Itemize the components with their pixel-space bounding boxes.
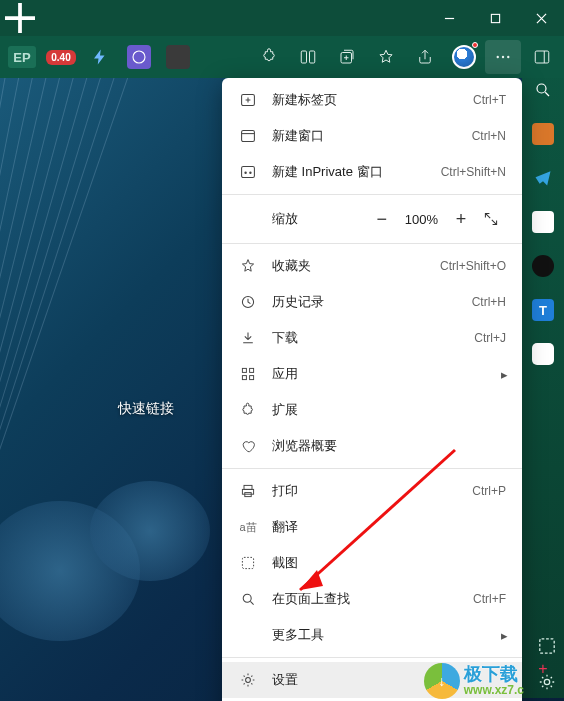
split-screen-icon[interactable] [290, 40, 326, 74]
svg-rect-21 [242, 489, 253, 494]
favorites-star-icon[interactable] [368, 40, 404, 74]
rail-cloud-icon[interactable] [531, 342, 555, 366]
menu-label: 翻译 [272, 518, 506, 536]
menu-separator [222, 468, 522, 469]
puzzle-icon [238, 400, 258, 420]
menu-separator [222, 243, 522, 244]
extensions-puzzle-icon[interactable] [251, 40, 287, 74]
svg-rect-20 [244, 485, 252, 489]
rail-search-icon[interactable] [531, 78, 555, 102]
menu-apps[interactable]: 应用 ▸ [222, 356, 522, 392]
menu-browser-essentials[interactable]: 浏览器概要 [222, 428, 522, 464]
settings-more-button[interactable] [485, 40, 521, 74]
svg-point-6 [502, 56, 504, 58]
menu-zoom-row: 缩放 − 100% + [222, 199, 522, 239]
extension-chat-icon[interactable] [121, 40, 157, 74]
menu-favorites[interactable]: 收藏夹 Ctrl+Shift+O [222, 248, 522, 284]
menu-history[interactable]: 历史记录 Ctrl+H [222, 284, 522, 320]
rail-briefcase-icon[interactable] [531, 122, 555, 146]
gear-icon [238, 670, 258, 690]
menu-label: 历史记录 [272, 293, 472, 311]
settings-corner-icon[interactable] [536, 671, 558, 693]
svg-point-24 [243, 594, 251, 602]
quick-links-label: 快速链接 [118, 400, 174, 418]
menu-downloads[interactable]: 下载 Ctrl+J [222, 320, 522, 356]
svg-point-1 [133, 51, 145, 63]
minimize-button[interactable] [426, 0, 472, 36]
svg-point-28 [544, 679, 549, 684]
zoom-out-button[interactable]: − [367, 204, 397, 234]
inprivate-icon [238, 162, 258, 182]
svg-rect-11 [242, 130, 255, 141]
collections-icon[interactable] [329, 40, 365, 74]
extension-bolt-icon[interactable] [82, 40, 118, 74]
background-art [0, 78, 220, 558]
menu-label: 收藏夹 [272, 257, 440, 275]
svg-rect-23 [242, 557, 253, 568]
rail-paw-icon[interactable] [531, 210, 555, 234]
share-icon[interactable] [407, 40, 443, 74]
menu-label: 新建标签页 [272, 91, 473, 109]
titlebar [0, 0, 564, 36]
menu-new-inprivate[interactable]: 新建 InPrivate 窗口 Ctrl+Shift+N [222, 154, 522, 190]
titlebar-left [0, 0, 40, 36]
screenshot-corner-icon[interactable] [536, 635, 558, 657]
menu-more-tools[interactable]: 更多工具 ▸ [222, 617, 522, 653]
svg-point-25 [246, 678, 251, 683]
menu-shortcut: Ctrl+N [472, 129, 506, 143]
fullscreen-button[interactable] [476, 204, 506, 234]
menu-label: 新建 InPrivate 窗口 [272, 163, 441, 181]
heartbeat-icon [238, 436, 258, 456]
menu-label: 设置 [272, 671, 506, 689]
svg-rect-0 [491, 14, 499, 22]
menu-label: 扩展 [272, 401, 506, 419]
rail-t-icon[interactable]: T [531, 298, 555, 322]
apps-icon [238, 364, 258, 384]
star-icon [238, 256, 258, 276]
menu-label: 下载 [272, 329, 474, 347]
svg-rect-12 [242, 166, 255, 177]
extension-misc-icon[interactable] [160, 40, 196, 74]
sidebar-rail: T + [522, 78, 564, 698]
menu-find[interactable]: 在页面上查找 Ctrl+F [222, 581, 522, 617]
menu-label: 打印 [272, 482, 472, 500]
print-icon [238, 481, 258, 501]
close-button[interactable] [518, 0, 564, 36]
menu-label: 应用 [272, 365, 506, 383]
find-icon [238, 589, 258, 609]
svg-point-14 [249, 172, 251, 174]
svg-rect-19 [250, 376, 254, 380]
screenshot-icon [238, 553, 258, 573]
menu-new-window[interactable]: 新建窗口 Ctrl+N [222, 118, 522, 154]
maximize-button[interactable] [472, 0, 518, 36]
menu-label: 在页面上查找 [272, 590, 473, 608]
zoom-in-button[interactable]: + [446, 204, 476, 234]
svg-point-5 [497, 56, 499, 58]
rail-qq-icon[interactable] [531, 254, 555, 278]
sidebar-toggle-icon[interactable] [524, 40, 560, 74]
rail-telegram-icon[interactable] [531, 166, 555, 190]
menu-settings[interactable]: 设置 [222, 662, 522, 698]
translate-icon: a苗 [238, 517, 258, 537]
settings-menu: 新建标签页 Ctrl+T 新建窗口 Ctrl+N 新建 InPrivate 窗口… [222, 78, 522, 701]
menu-label: 浏览器概要 [272, 437, 506, 455]
menu-shortcut: Ctrl+Shift+O [440, 259, 506, 273]
svg-rect-16 [242, 368, 246, 372]
svg-rect-3 [310, 51, 315, 63]
extension-ep-icon[interactable]: EP [4, 40, 40, 74]
new-tab-icon [238, 90, 258, 110]
profile-avatar-icon[interactable] [446, 40, 482, 74]
zoom-label: 缩放 [272, 210, 367, 228]
menu-translate[interactable]: a苗 翻译 [222, 509, 522, 545]
menu-extensions[interactable]: 扩展 [222, 392, 522, 428]
menu-new-tab[interactable]: 新建标签页 Ctrl+T [222, 82, 522, 118]
menu-print[interactable]: 打印 Ctrl+P [222, 473, 522, 509]
extension-pill-icon[interactable]: 0.40 [43, 40, 79, 74]
menu-screenshot[interactable]: 截图 [222, 545, 522, 581]
submenu-arrow-icon: ▸ [501, 628, 508, 643]
submenu-arrow-icon: ▸ [501, 367, 508, 382]
menu-shortcut: Ctrl+H [472, 295, 506, 309]
zoom-value: 100% [405, 212, 438, 227]
download-icon [238, 328, 258, 348]
new-tab-plus-button[interactable] [0, 0, 40, 36]
